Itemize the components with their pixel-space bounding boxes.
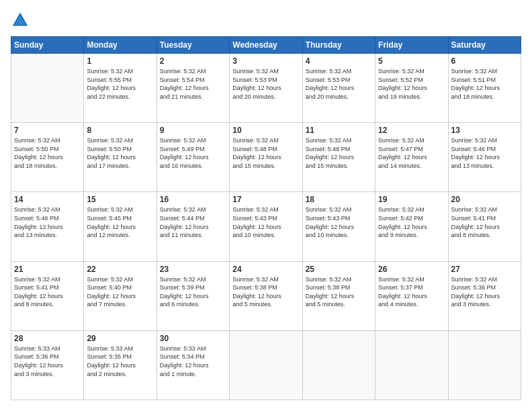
day-number: 8 [87,126,153,135]
day-info: Sunrise: 5:32 AM Sunset: 5:47 PM Dayligh… [378,136,445,170]
calendar-cell [11,54,84,123]
calendar-cell: 16Sunrise: 5:32 AM Sunset: 5:44 PM Dayli… [157,192,229,261]
day-number: 16 [160,195,226,204]
day-number: 24 [232,265,299,274]
day-number: 6 [451,56,518,66]
calendar-cell: 3Sunrise: 5:32 AM Sunset: 5:53 PM Daylig… [230,54,302,123]
day-number: 12 [378,126,445,135]
calendar-cell: 4Sunrise: 5:32 AM Sunset: 5:53 PM Daylig… [302,54,375,123]
day-info: Sunrise: 5:32 AM Sunset: 5:39 PM Dayligh… [160,275,226,309]
day-number: 18 [306,195,372,204]
day-info: Sunrise: 5:32 AM Sunset: 5:40 PM Dayligh… [87,275,153,309]
logo [11,11,32,30]
day-number: 21 [14,265,81,274]
calendar-cell [375,330,448,400]
day-info: Sunrise: 5:32 AM Sunset: 5:46 PM Dayligh… [14,205,81,239]
calendar-cell: 1Sunrise: 5:32 AM Sunset: 5:55 PM Daylig… [84,54,157,123]
day-info: Sunrise: 5:32 AM Sunset: 5:38 PM Dayligh… [232,275,299,309]
calendar-cell: 15Sunrise: 5:32 AM Sunset: 5:45 PM Dayli… [84,192,157,261]
calendar-cell: 10Sunrise: 5:32 AM Sunset: 5:48 PM Dayli… [230,123,302,192]
day-number: 26 [378,265,445,274]
day-info: Sunrise: 5:32 AM Sunset: 5:43 PM Dayligh… [232,205,299,239]
calendar-cell: 6Sunrise: 5:32 AM Sunset: 5:51 PM Daylig… [448,54,521,123]
day-number: 25 [306,265,372,274]
calendar-cell: 29Sunrise: 5:33 AM Sunset: 5:35 PM Dayli… [84,330,157,400]
day-info: Sunrise: 5:33 AM Sunset: 5:36 PM Dayligh… [14,345,81,378]
calendar-cell: 28Sunrise: 5:33 AM Sunset: 5:36 PM Dayli… [11,330,84,400]
day-number: 20 [451,195,518,204]
day-info: Sunrise: 5:32 AM Sunset: 5:37 PM Dayligh… [378,275,445,309]
logo-icon [11,11,30,30]
day-info: Sunrise: 5:32 AM Sunset: 5:48 PM Dayligh… [306,136,372,170]
calendar-cell [302,330,375,400]
day-info: Sunrise: 5:32 AM Sunset: 5:52 PM Dayligh… [378,67,445,101]
calendar-cell: 14Sunrise: 5:32 AM Sunset: 5:46 PM Dayli… [11,192,84,261]
calendar-cell: 21Sunrise: 5:32 AM Sunset: 5:41 PM Dayli… [11,261,84,330]
day-info: Sunrise: 5:32 AM Sunset: 5:48 PM Dayligh… [232,136,299,170]
day-number: 22 [87,265,153,274]
calendar-cell: 18Sunrise: 5:32 AM Sunset: 5:43 PM Dayli… [302,192,375,261]
day-number: 13 [451,126,518,135]
day-info: Sunrise: 5:32 AM Sunset: 5:41 PM Dayligh… [451,205,518,239]
calendar-cell: 13Sunrise: 5:32 AM Sunset: 5:46 PM Dayli… [448,123,521,192]
day-info: Sunrise: 5:32 AM Sunset: 5:50 PM Dayligh… [14,136,81,170]
day-number: 1 [87,56,153,66]
weekday-header: Tuesday [157,37,229,54]
day-info: Sunrise: 5:32 AM Sunset: 5:44 PM Dayligh… [160,205,226,239]
calendar-cell: 11Sunrise: 5:32 AM Sunset: 5:48 PM Dayli… [302,123,375,192]
day-number: 23 [160,265,226,274]
day-number: 17 [232,195,299,204]
day-number: 5 [378,56,445,66]
day-info: Sunrise: 5:32 AM Sunset: 5:41 PM Dayligh… [14,275,81,309]
day-info: Sunrise: 5:32 AM Sunset: 5:45 PM Dayligh… [87,205,153,239]
day-number: 11 [306,126,372,135]
day-info: Sunrise: 5:32 AM Sunset: 5:54 PM Dayligh… [160,67,226,101]
weekday-header: Monday [84,37,157,54]
weekday-header: Thursday [302,37,375,54]
day-info: Sunrise: 5:32 AM Sunset: 5:42 PM Dayligh… [378,205,445,239]
day-info: Sunrise: 5:32 AM Sunset: 5:53 PM Dayligh… [306,67,372,101]
day-info: Sunrise: 5:33 AM Sunset: 5:35 PM Dayligh… [87,345,153,378]
calendar-cell: 30Sunrise: 5:33 AM Sunset: 5:34 PM Dayli… [157,330,229,400]
day-info: Sunrise: 5:32 AM Sunset: 5:53 PM Dayligh… [232,67,299,101]
calendar-table: SundayMondayTuesdayWednesdayThursdayFrid… [11,36,521,400]
day-number: 15 [87,195,153,204]
day-number: 3 [232,56,299,66]
calendar-cell: 26Sunrise: 5:32 AM Sunset: 5:37 PM Dayli… [375,261,448,330]
header [11,11,521,30]
calendar-cell: 7Sunrise: 5:32 AM Sunset: 5:50 PM Daylig… [11,123,84,192]
day-info: Sunrise: 5:32 AM Sunset: 5:49 PM Dayligh… [160,136,226,170]
day-number: 7 [14,126,81,135]
calendar-cell: 23Sunrise: 5:32 AM Sunset: 5:39 PM Dayli… [157,261,229,330]
day-info: Sunrise: 5:32 AM Sunset: 5:38 PM Dayligh… [306,275,372,309]
calendar-cell: 27Sunrise: 5:32 AM Sunset: 5:36 PM Dayli… [448,261,521,330]
day-number: 2 [160,56,226,66]
calendar-cell: 2Sunrise: 5:32 AM Sunset: 5:54 PM Daylig… [157,54,229,123]
day-number: 19 [378,195,445,204]
day-number: 27 [451,265,518,274]
page: SundayMondayTuesdayWednesdayThursdayFrid… [0,0,532,411]
day-number: 30 [160,334,226,343]
calendar-cell: 5Sunrise: 5:32 AM Sunset: 5:52 PM Daylig… [375,54,448,123]
day-number: 14 [14,195,81,204]
day-info: Sunrise: 5:32 AM Sunset: 5:43 PM Dayligh… [306,205,372,239]
calendar-cell [230,330,302,400]
day-info: Sunrise: 5:32 AM Sunset: 5:51 PM Dayligh… [451,67,518,101]
day-info: Sunrise: 5:32 AM Sunset: 5:36 PM Dayligh… [451,275,518,309]
calendar-cell [448,330,521,400]
day-number: 9 [160,126,226,135]
day-number: 4 [306,56,372,66]
calendar-cell: 24Sunrise: 5:32 AM Sunset: 5:38 PM Dayli… [230,261,302,330]
calendar-cell: 20Sunrise: 5:32 AM Sunset: 5:41 PM Dayli… [448,192,521,261]
day-info: Sunrise: 5:32 AM Sunset: 5:55 PM Dayligh… [87,67,153,101]
weekday-header: Sunday [11,37,84,54]
day-number: 29 [87,334,153,343]
calendar-cell: 9Sunrise: 5:32 AM Sunset: 5:49 PM Daylig… [157,123,229,192]
day-number: 28 [14,334,81,343]
calendar-cell: 8Sunrise: 5:32 AM Sunset: 5:50 PM Daylig… [84,123,157,192]
calendar-cell: 12Sunrise: 5:32 AM Sunset: 5:47 PM Dayli… [375,123,448,192]
day-info: Sunrise: 5:32 AM Sunset: 5:50 PM Dayligh… [87,136,153,170]
day-info: Sunrise: 5:32 AM Sunset: 5:46 PM Dayligh… [451,136,518,170]
day-info: Sunrise: 5:33 AM Sunset: 5:34 PM Dayligh… [160,345,226,378]
weekday-header: Saturday [448,37,521,54]
